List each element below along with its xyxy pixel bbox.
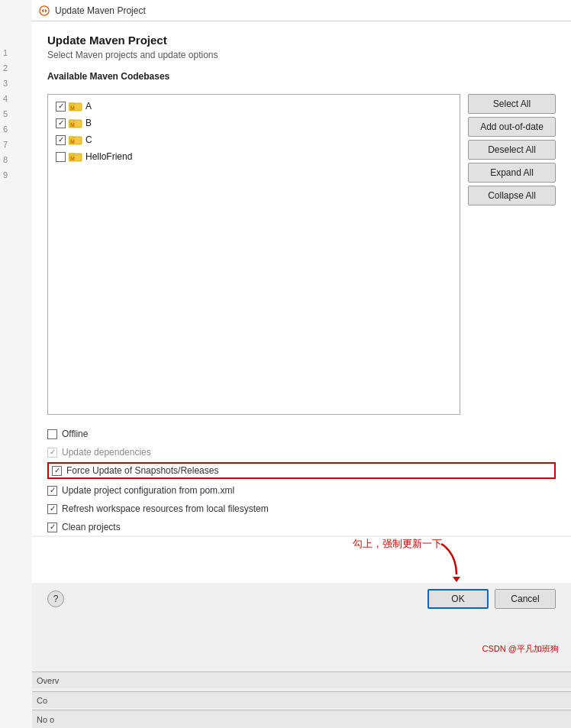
tree-item-label-a: A <box>85 101 92 112</box>
line-6: 6 <box>3 122 8 136</box>
checkbox-update-config[interactable] <box>47 486 57 496</box>
svg-marker-13 <box>453 577 460 582</box>
option-refresh-workspace[interactable]: Refresh workspace resources from local f… <box>47 500 556 517</box>
select-all-button[interactable]: Select All <box>468 94 556 114</box>
label-offline: Offline <box>62 429 88 439</box>
checkbox-b[interactable] <box>56 118 66 128</box>
main-area: M A M B <box>32 94 571 415</box>
tree-container: M A M B <box>47 94 460 415</box>
expand-all-button[interactable]: Expand All <box>468 163 556 183</box>
line-numbers: 1 2 3 4 5 6 7 8 9 <box>3 46 8 182</box>
maven-icon <box>38 5 50 17</box>
folder-icon-b: M <box>69 118 82 128</box>
tree-item-label-c: C <box>85 134 92 145</box>
bottom-bar-1: Overv <box>32 671 571 688</box>
line-9: 9 <box>3 168 8 182</box>
label-update-dependencies: Update dependencies <box>62 447 151 458</box>
tree-item-c[interactable]: M C <box>51 131 456 148</box>
checkbox-clean-projects[interactable] <box>47 523 57 532</box>
add-out-of-date-button[interactable]: Add out-of-date <box>468 117 556 137</box>
dialog-header: Update Maven Project Select Maven projec… <box>32 21 571 94</box>
option-update-config[interactable]: Update project configuration from pom.xm… <box>47 482 556 499</box>
line-8: 8 <box>3 153 8 167</box>
checkbox-offline[interactable] <box>47 429 57 439</box>
title-bar: Update Maven Project <box>32 0 571 21</box>
annotation-area: 勾上，强制更新一下 <box>32 537 571 583</box>
line-1: 1 <box>3 46 8 60</box>
label-refresh-workspace: Refresh workspace resources from local f… <box>62 503 269 514</box>
dialog-subtitle: Select Maven projects and update options <box>47 50 556 60</box>
label-update-config: Update project configuration from pom.xm… <box>62 485 234 496</box>
title-text: Update Maven Project <box>55 5 146 16</box>
svg-text:M: M <box>70 105 75 111</box>
tree-item-a[interactable]: M A <box>51 98 456 115</box>
deselect-all-button[interactable]: Deselect All <box>468 140 556 160</box>
button-panel: Select All Add out-of-date Deselect All … <box>468 94 556 415</box>
checkbox-a[interactable] <box>56 102 66 112</box>
line-7: 7 <box>3 138 8 151</box>
dialog-footer-row: ? OK Cancel <box>32 583 571 618</box>
label-force-update: Force Update of Snapshots/Releases <box>66 465 218 476</box>
label-clean-projects: Clean projects <box>62 522 121 532</box>
dialog-title: Update Maven Project <box>47 34 556 47</box>
tree-item-hellofriend[interactable]: M HelloFriend <box>51 148 456 165</box>
bottom-bar-3: No o <box>32 710 571 728</box>
watermark: CSDN @平凡加班狗 <box>482 643 559 655</box>
ok-cancel-group: OK Cancel <box>427 589 556 609</box>
line-5: 5 <box>3 107 8 121</box>
svg-text:M: M <box>70 122 75 128</box>
force-update-row[interactable]: Force Update of Snapshots/Releases <box>47 462 556 479</box>
line-3: 3 <box>3 76 8 90</box>
line-2: 2 <box>3 61 8 75</box>
folder-icon-c: M <box>69 134 82 145</box>
bottom-label-2: Co <box>37 696 47 705</box>
bottom-label-1: Overv <box>37 676 59 685</box>
bottom-bar-2: Co <box>32 691 571 708</box>
svg-text:M: M <box>70 139 75 144</box>
tree-item-b[interactable]: M B <box>51 115 456 131</box>
dialog-overlay: Update Maven Project Update Maven Projec… <box>32 0 571 728</box>
svg-text:M: M <box>70 156 75 161</box>
line-4: 4 <box>3 92 8 105</box>
cancel-button[interactable]: Cancel <box>495 589 556 609</box>
option-offline[interactable]: Offline <box>47 425 556 442</box>
folder-icon-hellofriend: M <box>69 151 82 162</box>
ok-button[interactable]: OK <box>427 589 489 609</box>
checkbox-force-update[interactable] <box>52 466 62 476</box>
folder-icon-a: M <box>69 101 82 112</box>
option-update-dependencies: Update dependencies <box>47 444 556 461</box>
checkbox-c[interactable] <box>56 135 66 145</box>
option-clean-projects[interactable]: Clean projects <box>47 519 556 535</box>
options-section: Offline Update dependencies Force Update… <box>32 415 571 535</box>
checkbox-refresh-workspace[interactable] <box>47 504 57 514</box>
section-label: Available Maven Codebases <box>47 71 556 82</box>
help-button[interactable]: ? <box>47 590 64 607</box>
annotation-arrow <box>418 540 464 582</box>
collapse-all-button[interactable]: Collapse All <box>468 186 556 205</box>
bottom-label-3: No o <box>37 715 54 724</box>
tree-item-label-hellofriend: HelloFriend <box>85 151 132 162</box>
tree-item-label-b: B <box>85 118 92 128</box>
checkbox-update-dependencies <box>47 448 57 458</box>
checkbox-hellofriend[interactable] <box>56 152 66 162</box>
svg-point-0 <box>40 5 49 15</box>
